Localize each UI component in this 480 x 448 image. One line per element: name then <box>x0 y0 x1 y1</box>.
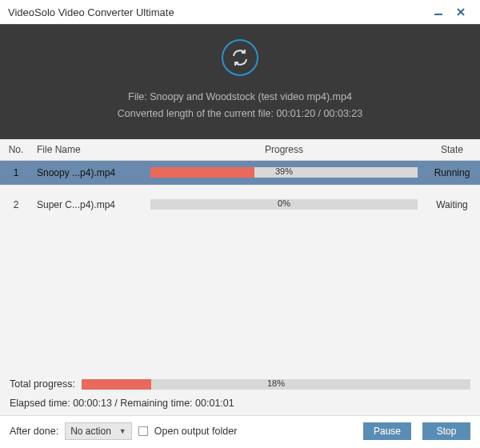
status-panel: File: Snoopy and Woodstock (test video m… <box>0 24 480 139</box>
total-progress-row: Total progress: 18% <box>0 374 480 394</box>
col-header-progress: Progress <box>144 144 424 155</box>
current-file-label: File: Snoopy and Woodstock (test video m… <box>8 89 472 106</box>
minimize-button[interactable] <box>427 3 450 21</box>
close-button[interactable] <box>450 3 472 21</box>
progress-label: 0% <box>150 198 418 208</box>
total-progress-bar: 18% <box>82 379 470 390</box>
progress-label: 39% <box>150 166 418 176</box>
progress-bar: 39% <box>150 167 418 178</box>
col-header-state: State <box>424 144 480 155</box>
converted-length-label: Converted length of the current file: 00… <box>8 106 472 122</box>
open-folder-label: Open output folder <box>154 426 238 437</box>
cell-filename: Snoopy ...p4).mp4 <box>32 167 144 178</box>
total-label: Total progress: <box>10 378 75 390</box>
after-done-value: No action <box>70 426 111 437</box>
after-done-select[interactable]: No action ▼ <box>65 422 132 440</box>
open-folder-checkbox[interactable] <box>138 426 148 436</box>
cell-filename: Super C...p4).mp4 <box>32 199 144 210</box>
col-header-no: No. <box>0 144 32 155</box>
chevron-down-icon: ▼ <box>119 427 126 435</box>
col-header-name: File Name <box>32 144 144 155</box>
pause-button[interactable]: Pause <box>363 422 411 440</box>
cell-progress: 39% <box>144 167 424 178</box>
table-row[interactable]: 1 Snoopy ...p4).mp4 39% Running <box>0 161 480 185</box>
cell-progress: 0% <box>144 199 424 210</box>
cell-no: 1 <box>0 167 32 178</box>
titlebar: VideoSolo Video Converter Ultimate <box>0 0 480 24</box>
footer: After done: No action ▼ Open output fold… <box>0 416 480 448</box>
timing-label: Elapsed time: 00:00:13 / Remaining time:… <box>0 394 480 416</box>
cell-state: Waiting <box>424 199 480 210</box>
minimize-icon <box>434 7 443 17</box>
close-icon <box>456 7 466 17</box>
total-progress-label: 18% <box>82 378 470 388</box>
table-row[interactable]: 2 Super C...p4).mp4 0% Waiting <box>0 193 480 217</box>
app-title: VideoSolo Video Converter Ultimate <box>8 6 174 18</box>
table-header: No. File Name Progress State <box>0 139 480 161</box>
after-done-label: After done: <box>10 426 58 437</box>
cell-no: 2 <box>0 199 32 210</box>
file-list: 1 Snoopy ...p4).mp4 39% Running 2 Super … <box>0 161 480 374</box>
cell-state: Running <box>424 167 480 178</box>
app-window: VideoSolo Video Converter Ultimate File:… <box>0 0 480 448</box>
convert-icon <box>222 39 258 76</box>
progress-bar: 0% <box>150 199 418 210</box>
stop-button[interactable]: Stop <box>422 422 470 440</box>
